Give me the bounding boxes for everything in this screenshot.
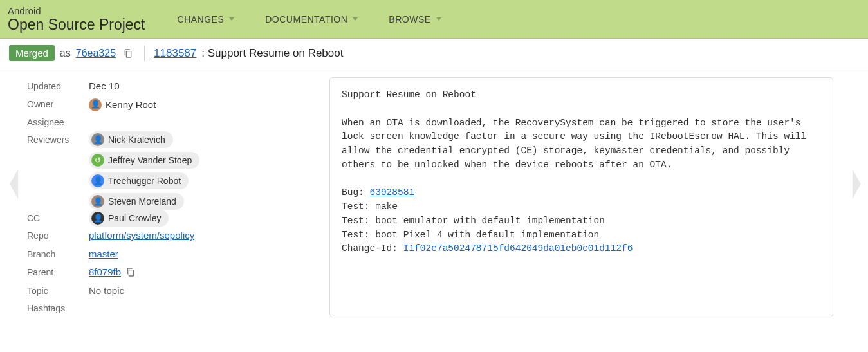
chevron-down-icon — [353, 17, 358, 21]
header: Android Open Source Project CHANGES DOCU… — [0, 0, 868, 39]
reviewer-name: Nick Kralevich — [108, 133, 165, 147]
bug-link[interactable]: 63928581 — [370, 187, 415, 198]
row-reviewers: Reviewers 👤 Nick Kralevich ↺ Jeffrey Van… — [27, 131, 329, 210]
reviewer-chip[interactable]: ↺ Jeffrey Vander Stoep — [89, 152, 199, 169]
topic-label: Topic — [27, 283, 89, 300]
reviewer-name: Treehugger Robot — [108, 174, 181, 188]
updated-label: Updated — [27, 78, 89, 95]
row-cc: CC 👤 Paul Crowley — [27, 210, 329, 227]
test-line-3: Test: boot Pixel 4 with default implemen… — [342, 230, 599, 240]
logo[interactable]: Android Open Source Project — [8, 5, 145, 33]
next-change-arrow[interactable] — [844, 77, 868, 201]
reviewer-name: Steven Moreland — [108, 194, 176, 208]
reviewers-list: 👤 Nick Kralevich ↺ Jeffrey Vander Stoep … — [89, 131, 199, 210]
prev-change-arrow[interactable] — [3, 77, 27, 317]
updated-value: Dec 10 — [89, 77, 120, 96]
nav-label: CHANGES — [178, 14, 225, 24]
copy-icon[interactable] — [124, 265, 138, 279]
cc-name: Paul Crowley — [108, 211, 161, 225]
svg-rect-0 — [126, 51, 131, 57]
divider — [144, 46, 145, 61]
chevron-down-icon — [229, 17, 234, 21]
logo-top: Android — [8, 5, 145, 16]
row-hashtags: Hashtags — [27, 300, 329, 317]
row-owner: Owner 👤 Kenny Root — [27, 96, 329, 115]
avatar: 👤 — [91, 195, 104, 208]
parent-label: Parent — [27, 264, 89, 281]
topic-value: No topic — [89, 282, 124, 301]
nav-browse[interactable]: BROWSE — [389, 14, 441, 24]
nav-documentation[interactable]: DOCUMENTATION — [265, 14, 358, 24]
chevron-down-icon — [436, 17, 441, 21]
reviewer-chip[interactable]: 👤 Nick Kralevich — [89, 131, 173, 148]
metadata-panel: Updated Dec 10 Owner 👤 Kenny Root Assign… — [27, 77, 329, 317]
assignee-label: Assignee — [27, 114, 89, 131]
row-updated: Updated Dec 10 — [27, 77, 329, 96]
reviewer-chip[interactable]: 👤 Steven Moreland — [89, 193, 184, 210]
change-title: : Support Resume on Reboot — [201, 47, 343, 60]
logo-bottom: Open Source Project — [8, 16, 145, 33]
hashtags-label: Hashtags — [27, 300, 89, 317]
avatar: 👤 — [91, 133, 104, 146]
copy-icon[interactable] — [121, 46, 135, 60]
status-badge: Merged — [9, 45, 55, 61]
branch-link[interactable]: master — [89, 245, 118, 264]
branch-label: Branch — [27, 246, 89, 263]
bug-prefix: Bug: — [342, 187, 370, 198]
reviewer-chip[interactable]: 👤 Treehugger Robot — [89, 172, 189, 189]
commit-body: When an OTA is downloaded, the RecoveryS… — [342, 118, 812, 170]
changeid-link[interactable]: I1f02e7a502478715fd642049da01eb0c01d112f… — [403, 243, 633, 254]
commit-title: Support Resume on Reboot — [342, 89, 476, 100]
row-branch: Branch master — [27, 245, 329, 264]
avatar: 👤 — [89, 98, 102, 111]
avatar: 👤 — [91, 174, 104, 187]
repo-link[interactable]: platform/system/sepolicy — [89, 227, 194, 245]
nav-bar: CHANGES DOCUMENTATION BROWSE — [178, 14, 441, 24]
commit-message-panel: Support Resume on Reboot When an OTA is … — [329, 77, 833, 317]
content: Updated Dec 10 Owner 👤 Kenny Root Assign… — [0, 68, 868, 326]
row-assignee: Assignee — [27, 114, 329, 131]
commit-hash-link[interactable]: 76ea325 — [76, 48, 116, 59]
svg-rect-1 — [129, 270, 133, 276]
row-parent: Parent 8f079fb — [27, 263, 329, 282]
change-title-text: Support Resume on Reboot — [208, 47, 344, 59]
test-line-2: Test: boot emulator with default impleme… — [342, 216, 605, 226]
nav-label: DOCUMENTATION — [265, 14, 347, 24]
change-number-link[interactable]: 1183587 — [154, 47, 196, 60]
owner-name: Kenny Root — [106, 96, 156, 115]
nav-label: BROWSE — [389, 14, 430, 24]
as-text: as — [60, 48, 71, 59]
avatar: 👤 — [91, 212, 104, 225]
reviewer-name: Jeffrey Vander Stoep — [108, 153, 192, 167]
test-line-1: Test: make — [342, 201, 398, 212]
nav-changes[interactable]: CHANGES — [178, 14, 235, 24]
row-repo: Repo platform/system/sepolicy — [27, 227, 329, 245]
row-topic: Topic No topic — [27, 282, 329, 301]
avatar: ↺ — [91, 154, 104, 167]
cc-chip[interactable]: 👤 Paul Crowley — [89, 210, 169, 227]
owner-value: 👤 Kenny Root — [89, 96, 156, 115]
changeid-prefix: Change-Id: — [342, 243, 403, 254]
owner-label: Owner — [27, 96, 89, 113]
reviewers-label: Reviewers — [27, 131, 89, 149]
subheader: Merged as 76ea325 1183587 : Support Resu… — [0, 39, 868, 68]
repo-label: Repo — [27, 227, 89, 245]
cc-label: CC — [27, 210, 89, 227]
parent-link[interactable]: 8f079fb — [89, 263, 121, 282]
